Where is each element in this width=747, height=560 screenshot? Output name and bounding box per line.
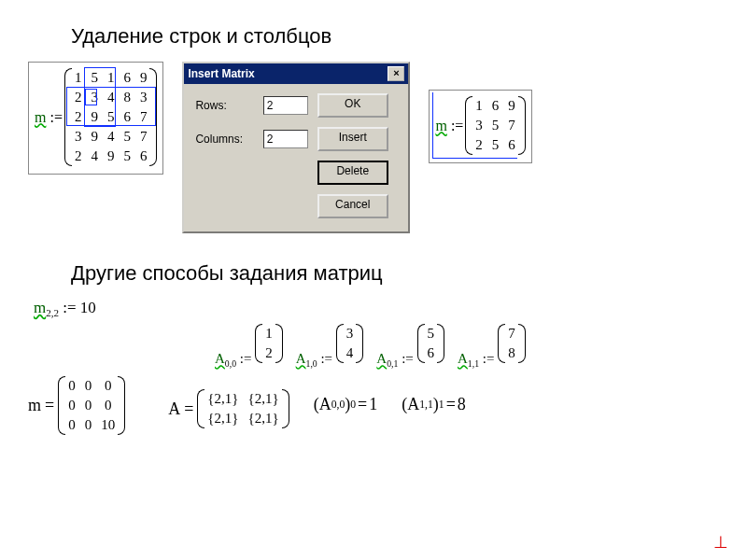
columns-input[interactable] [263,130,308,148]
insert-button[interactable]: Insert [317,127,388,151]
close-icon[interactable]: × [388,66,404,81]
cancel-button[interactable]: Cancel [317,194,388,218]
row-top: m := 15169 23483 29567 39457 24956 Inser… [28,62,719,233]
left-matrix-box: m := 15169 23483 29567 39457 24956 [28,62,163,175]
assign-op-left: := [49,109,62,126]
columns-label: Columns: [195,133,253,146]
a-assign-row: A0,0 := 12 A1,0 := 34 A0,1 := 56 A1,1 :=… [215,324,719,369]
bottom-row: m = 000 000 0010 A = {2,1}{2,1} {2,1}{2,… [28,376,719,435]
a11: A1,1 := 78 [458,324,526,369]
indexed-2: (A1,1)1 =8 [402,395,466,414]
dialog-body: Rows: OK Columns: Insert Delete Cancel [184,84,408,231]
selection-box-right [432,92,517,159]
rows-label: Rows: [195,99,253,112]
insert-matrix-dialog: Insert Matrix × Rows: OK Columns: Insert… [182,62,410,233]
indexed-1: (A0,0)0 =1 [314,395,378,414]
dialog-titlebar[interactable]: Insert Matrix × [184,63,408,84]
a01: A0,1 := 56 [376,324,444,369]
scalar-assign: m2,2 := 10 [34,299,719,318]
m-eval: m = 000 000 0010 [28,376,125,435]
a00: A0,0 := 12 [215,324,283,369]
selection-cursor [85,89,97,105]
left-matrix-paren: 15169 23483 29567 39457 24956 [64,68,158,166]
var-m-left: m [35,109,46,126]
heading-delete: Удаление строк и столбцов [71,24,719,49]
heading-other: Другие способы задания матриц [71,261,719,286]
a10: A1,0 := 34 [296,324,364,369]
delete-button[interactable]: Delete [317,161,388,185]
rows-input[interactable] [263,96,308,115]
var-m22: m [34,299,46,316]
selection-box-2 [66,87,156,126]
dialog-title-text: Insert Matrix [188,67,254,80]
a-eval: A = {2,1}{2,1} {2,1}{2,1} [168,389,289,428]
right-matrix-box: m := 169 357 256 [429,90,531,163]
ok-button[interactable]: OK [317,93,388,118]
